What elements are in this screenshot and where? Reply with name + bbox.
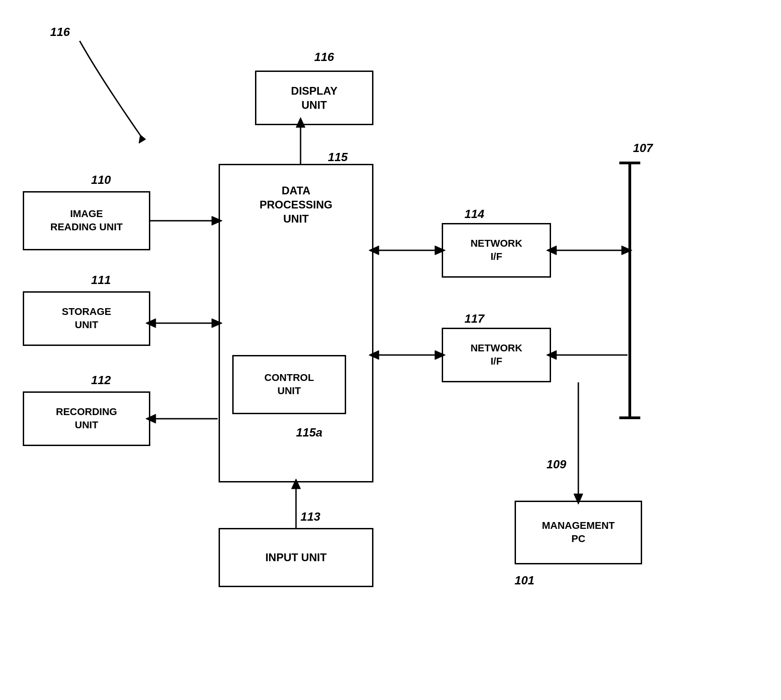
storage-unit-block: STORAGEUNIT (23, 291, 150, 346)
ref-114: 114 (465, 207, 484, 221)
display-unit-block: DISPLAYUNIT (255, 71, 373, 125)
ref-100: 116 (50, 25, 70, 39)
svg-marker-0 (139, 135, 146, 143)
network-line (628, 164, 631, 419)
ref-110: 110 (91, 173, 111, 187)
ref-115a: 115a (296, 426, 322, 440)
ref-116: 116 (314, 50, 334, 64)
network-if-1-block: NETWORKI/F (442, 223, 551, 278)
ref-113: 113 (301, 510, 320, 524)
ref-111: 111 (91, 273, 111, 287)
input-unit-block: INPUT UNIT (219, 528, 373, 587)
ref-117: 117 (465, 312, 484, 326)
ref-107: 107 (633, 141, 653, 155)
ref-101: 101 (515, 573, 534, 588)
diagram: 116 DISPLAYUNIT 116 DATAPROCESSINGUNIT 1… (0, 0, 781, 700)
ref-115: 115 (328, 150, 347, 164)
ref-112: 112 (91, 373, 111, 387)
recording-unit-block: RECORDINGUNIT (23, 391, 150, 446)
network-line-bottom-cap (619, 416, 640, 419)
management-pc-block: MANAGEMENTPC (515, 501, 642, 564)
network-line-top-cap (619, 162, 640, 164)
control-unit-block: CONTROLUNIT (232, 355, 346, 414)
ref-109: 109 (546, 457, 566, 472)
network-if-2-block: NETWORKI/F (442, 328, 551, 382)
arrows-svg (0, 0, 781, 700)
image-reading-unit-block: IMAGEREADING UNIT (23, 191, 150, 250)
